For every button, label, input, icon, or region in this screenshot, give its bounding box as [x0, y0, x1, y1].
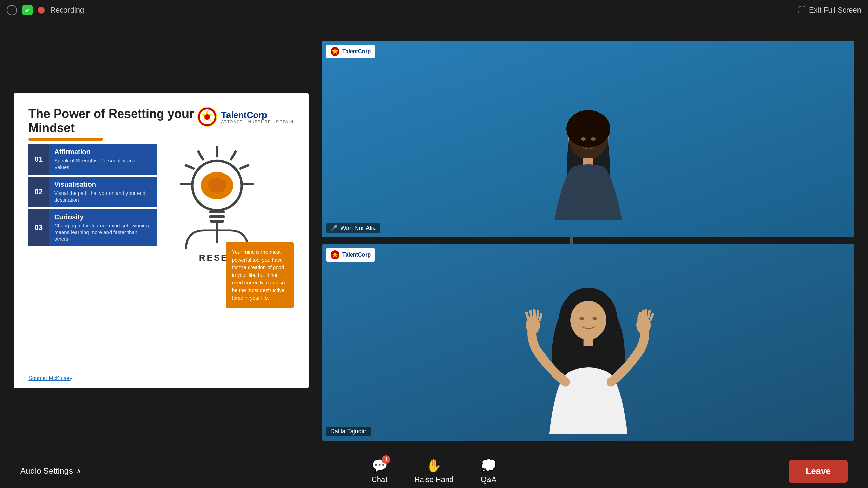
- center-controls: 💬 1 Chat ✋ Raise Hand 💭 Q&A: [372, 458, 497, 484]
- speaker-name-1: Wan Nur Alia: [340, 225, 376, 232]
- audio-settings-label: Audio Settings: [20, 466, 73, 476]
- svg-line-45: [651, 314, 653, 320]
- shield-icon: ✔: [22, 5, 33, 15]
- quote-box: Your mind is the most powerful tool you …: [226, 242, 294, 308]
- svg-line-42: [642, 311, 643, 317]
- chevron-up-icon: ∧: [76, 467, 81, 475]
- item-number-02: 02: [28, 177, 49, 207]
- item-number-03: 03: [28, 209, 49, 246]
- right-panel: TalentCorp: [309, 41, 854, 441]
- chat-label: Chat: [372, 475, 387, 484]
- malaysia-crest-icon: [197, 107, 217, 127]
- talentcorp-logo-text: TalentCorp ATTRACT · NURTURE · RETAIN: [221, 110, 294, 124]
- video-feed-wan-nur-alia: TalentCorp: [322, 41, 854, 237]
- raise-hand-label: Raise Hand: [415, 475, 454, 484]
- svg-line-38: [534, 310, 535, 316]
- video-company-name-1: TalentCorp: [342, 48, 371, 55]
- slide-header: The Power of Resetting your Mindset Tale…: [28, 107, 294, 141]
- exit-fullscreen-button[interactable]: ⛶ Exit Full Screen: [798, 6, 861, 15]
- item-desc-02: Visual the path that you on and your end…: [54, 190, 152, 203]
- video-logo-bar-2: TalentCorp: [326, 248, 375, 262]
- slide-items-list: 01 Affirmation Speak of Strengths, Perso…: [28, 144, 157, 248]
- main-content: The Power of Resetting your Mindset Tale…: [0, 20, 868, 454]
- bottom-bar: Audio Settings ∧ 💬 1 Chat ✋ Raise Hand 💭…: [0, 454, 868, 488]
- svg-point-30: [570, 301, 606, 340]
- svg-line-40: [540, 314, 541, 320]
- exit-fullscreen-icon: ⛶: [798, 6, 806, 15]
- svg-line-5: [231, 152, 236, 159]
- list-item-03: 03 Curiosity Changing to the learner min…: [28, 209, 157, 246]
- source-label: Source: McKinsey: [28, 375, 72, 381]
- svg-line-37: [530, 311, 531, 317]
- list-item-01: 01 Affirmation Speak of Strengths, Perso…: [28, 144, 157, 175]
- lightbulb-icon: [170, 141, 264, 249]
- chat-icon-container: 💬 1: [372, 458, 388, 473]
- svg-point-32: [592, 317, 597, 320]
- leave-button[interactable]: Leave: [789, 460, 848, 483]
- person-silhouette-2: [487, 278, 690, 441]
- video-company-name-2: TalentCorp: [342, 252, 371, 258]
- svg-line-6: [240, 165, 248, 168]
- svg-line-36: [527, 313, 528, 319]
- slide-logo: TalentCorp ATTRACT · NURTURE · RETAIN: [197, 107, 294, 127]
- item-title-02: Visualisation: [54, 181, 152, 188]
- list-item-02: 02 Visualisation Visual the path that yo…: [28, 177, 157, 207]
- talentcorp-video-logo-1: [330, 47, 340, 56]
- slide-title: The Power of Resetting your Mindset: [28, 107, 197, 135]
- svg-point-24: [581, 137, 586, 141]
- speaker-name-badge-2: Dalila Tajudin: [326, 427, 371, 436]
- quote-text: Your mind is the most powerful tool you …: [232, 248, 288, 302]
- svg-line-43: [645, 310, 646, 316]
- svg-point-3: [204, 114, 210, 120]
- svg-point-25: [591, 137, 596, 141]
- item-number-01: 01: [28, 144, 49, 175]
- svg-rect-33: [584, 338, 593, 346]
- video-logo-bar-1: TalentCorp: [326, 45, 375, 58]
- exit-fullscreen-label: Exit Full Screen: [809, 6, 861, 15]
- recording-label: Recording: [50, 6, 84, 15]
- qa-icon: 💭: [480, 458, 496, 473]
- recording-dot: [38, 7, 45, 14]
- participant-video-1: TalentCorp: [322, 41, 854, 237]
- audio-settings-control[interactable]: Audio Settings ∧: [20, 466, 81, 476]
- svg-rect-13: [209, 210, 225, 214]
- svg-point-31: [579, 317, 584, 320]
- item-desc-03: Changing to the learner mind-set -winnin…: [54, 222, 152, 242]
- raise-hand-icon: ✋: [426, 458, 442, 473]
- svg-line-44: [649, 311, 650, 317]
- speaker-name-badge-1: 🎤 Wan Nur Alia: [326, 223, 380, 233]
- chat-button[interactable]: 💬 1 Chat: [372, 458, 388, 484]
- svg-line-41: [639, 313, 640, 319]
- talentcorp-name: TalentCorp: [221, 110, 294, 120]
- speaker-name-2: Dalila Tajudin: [330, 428, 367, 435]
- item-content-02: Visualisation Visual the path that you o…: [49, 177, 157, 207]
- qa-label: Q&A: [481, 475, 496, 484]
- person-silhouette-1: [517, 102, 659, 237]
- slide-title-block: The Power of Resetting your Mindset: [28, 107, 197, 141]
- top-bar-left: i ✔ Recording: [7, 5, 84, 15]
- svg-line-39: [538, 311, 538, 317]
- slide-container: The Power of Resetting your Mindset Tale…: [14, 93, 309, 388]
- svg-rect-15: [210, 220, 224, 223]
- svg-rect-14: [209, 215, 225, 218]
- info-icon[interactable]: i: [7, 5, 17, 15]
- item-desc-01: Speak of Strengths, Personality and Valu…: [54, 157, 152, 170]
- title-underline: [28, 138, 103, 141]
- chat-badge-count: 1: [382, 455, 390, 464]
- svg-line-8: [198, 152, 203, 159]
- talentcorp-video-logo-2: [330, 250, 340, 260]
- talentcorp-tagline: ATTRACT · NURTURE · RETAIN: [221, 120, 294, 124]
- item-content-03: Curiosity Changing to the learner mind-s…: [49, 209, 157, 246]
- item-title-03: Curiosity: [54, 213, 152, 221]
- participant-video-2: TalentCorp: [322, 244, 854, 441]
- svg-line-9: [186, 165, 194, 168]
- raise-hand-button[interactable]: ✋ Raise Hand: [415, 458, 454, 484]
- qa-button[interactable]: 💭 Q&A: [480, 458, 496, 484]
- mic-icon-1: 🎤: [330, 224, 338, 232]
- top-bar: i ✔ Recording ⛶ Exit Full Screen: [0, 0, 868, 20]
- item-content-01: Affirmation Speak of Strengths, Personal…: [49, 144, 157, 175]
- item-title-01: Affirmation: [54, 148, 152, 156]
- video-feed-dalila: TalentCorp: [322, 244, 854, 441]
